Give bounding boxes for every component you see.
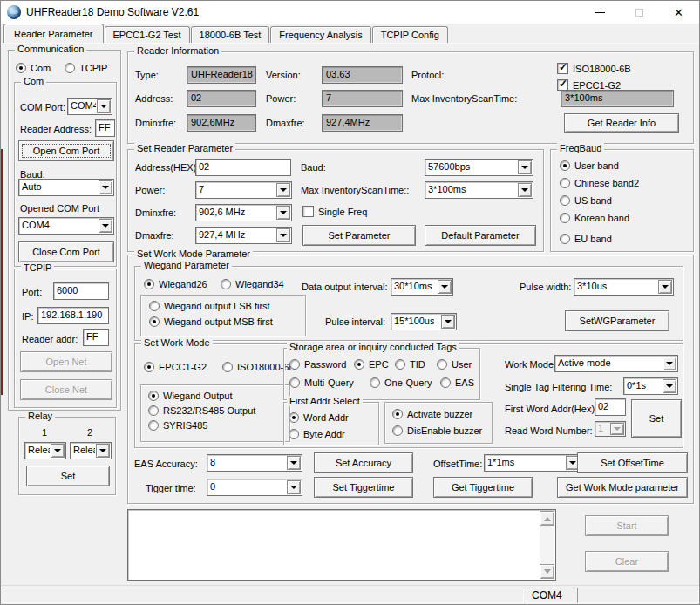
start-button[interactable]: Start <box>585 515 669 536</box>
relay1-select[interactable]: Releas <box>24 442 66 459</box>
relay2-select[interactable]: Releas <box>70 442 112 459</box>
workmode-epcc1-g2-radio[interactable]: EPCC1-G2 <box>144 362 207 372</box>
title-bar[interactable]: UHFReader18 Demo Software V2.61 ✕ <box>1 1 699 24</box>
pulse-width-select[interactable]: 3*10us <box>574 278 674 296</box>
set-offsettime-button[interactable]: Set OffsetTime <box>577 452 688 473</box>
relay-set-button[interactable]: Set <box>26 466 110 486</box>
tigger-time-select[interactable]: 0 <box>207 479 302 496</box>
wiegand-msb-radio[interactable]: Wiegand output MSB first <box>149 316 273 327</box>
power-set-select[interactable]: 7 <box>195 181 292 199</box>
wiegand-output-radio[interactable]: Wiegand Output <box>148 391 233 401</box>
rs232-rs485-output-radio[interactable]: RS232/RS485 Output <box>148 405 255 416</box>
chevron-down-icon[interactable] <box>663 357 676 370</box>
first-word-addr-field[interactable]: 02 <box>595 398 626 416</box>
data-output-interval-select[interactable]: 30*10ms <box>391 278 453 296</box>
eas-radio[interactable]: EAS <box>440 377 474 388</box>
opened-com-port-select[interactable]: COM4 <box>18 217 114 235</box>
eu-band-radio[interactable]: EU band <box>560 234 612 244</box>
tab-epcc1-g2-test[interactable]: EPCC1-G2 Test <box>105 26 190 43</box>
single-freq-checkbox[interactable]: Single Freq <box>302 206 367 217</box>
scantime-set-select[interactable]: 3*100ms <box>425 181 533 199</box>
pulse-interval-select[interactable]: 15*100us <box>391 313 457 330</box>
close-button[interactable]: ✕ <box>659 1 698 24</box>
open-com-port-button[interactable]: Open Com Port <box>18 140 114 161</box>
tcpip-radio[interactable]: TCPIP <box>65 63 107 73</box>
baud-set-select[interactable]: 57600bps <box>425 159 533 176</box>
com-port-select[interactable]: COM4 <box>67 98 112 115</box>
maximize-button[interactable] <box>620 1 659 24</box>
chevron-down-icon[interactable] <box>276 183 290 197</box>
read-word-number-select[interactable]: 1 <box>595 421 626 437</box>
tab-frequency-analysis[interactable]: Frequency Analysis <box>270 26 370 43</box>
get-work-mode-parameter-button[interactable]: Get Work Mode parameter <box>557 477 688 498</box>
iso18000-6b-checkbox[interactable]: ISO18000-6B <box>557 63 631 74</box>
com-radio[interactable]: Com <box>16 63 51 73</box>
scroll-up-button[interactable] <box>540 511 554 526</box>
chevron-down-icon[interactable] <box>276 206 290 220</box>
chevron-down-icon[interactable] <box>96 444 110 458</box>
user-band-radio[interactable]: User band <box>560 160 619 171</box>
chevron-down-icon[interactable] <box>658 280 672 294</box>
wiegand-lsb-radio[interactable]: Wiegand output LSB first <box>149 301 270 311</box>
chevron-down-icon[interactable] <box>276 228 290 242</box>
epc-radio[interactable]: EPC <box>354 359 389 370</box>
workmode-set-button[interactable]: Set <box>631 399 682 438</box>
default-parameter-button[interactable]: Default Parameter <box>425 225 536 246</box>
output-log[interactable] <box>127 509 556 581</box>
tab-tcpip-config[interactable]: TCPIP Config <box>372 26 448 43</box>
multi-query-radio[interactable]: Multi-Query <box>289 377 354 388</box>
set-tiggertime-button[interactable]: Set Tiggertime <box>314 477 413 498</box>
set-parameter-button[interactable]: Set Parameter <box>302 225 416 246</box>
output-scrollbar[interactable] <box>540 511 554 579</box>
work-mode-select[interactable]: Active mode <box>554 355 678 372</box>
user-radio[interactable]: User <box>437 359 472 370</box>
one-query-radio[interactable]: One-Query <box>370 377 432 388</box>
ip-field[interactable]: 192.168.1.190 <box>37 307 109 324</box>
tab-reader-parameter[interactable]: Reader Parameter <box>3 24 104 43</box>
set-accuracy-button[interactable]: Set Accuracy <box>314 452 413 473</box>
chevron-down-icon[interactable] <box>287 456 301 470</box>
word-addr-radio[interactable]: Word Addr <box>289 412 349 423</box>
password-radio[interactable]: Password <box>289 359 346 370</box>
wiegand26-radio[interactable]: Wiegand26 <box>144 279 207 289</box>
chevron-down-icon[interactable] <box>441 315 455 329</box>
chevron-down-icon[interactable] <box>99 180 112 194</box>
chevron-down-icon[interactable] <box>518 183 532 197</box>
port-field[interactable]: 6000 <box>53 282 109 300</box>
korean-band-radio[interactable]: Korean band <box>560 213 629 223</box>
get-tiggertime-button[interactable]: Get Tiggertime <box>433 477 533 498</box>
dmaxfre-set-select[interactable]: 927,4 MHz <box>195 227 292 244</box>
open-net-button[interactable]: Open Net <box>20 351 112 372</box>
offsettime-select[interactable]: 1*1ms <box>484 454 581 472</box>
close-net-button[interactable]: Close Net <box>20 379 112 400</box>
dminxfre-set-select[interactable]: 902,6 MHz <box>195 204 292 221</box>
chevron-down-icon[interactable] <box>438 280 452 294</box>
reader-address-field[interactable]: FF <box>95 119 115 137</box>
tab-18000-6b-test[interactable]: 18000-6B Test <box>191 26 270 43</box>
scroll-down-button[interactable] <box>540 564 554 579</box>
chevron-down-icon[interactable] <box>97 99 111 113</box>
syris485-radio[interactable]: SYRIS485 <box>148 420 207 431</box>
activate-buzzer-radio[interactable]: Activate buzzer <box>392 409 472 419</box>
byte-addr-radio[interactable]: Byte Addr <box>289 429 345 439</box>
chevron-down-icon[interactable] <box>663 379 676 393</box>
wiegand34-radio[interactable]: Wiegand34 <box>221 279 284 289</box>
single-tag-filter-select[interactable]: 0*1s <box>623 377 678 395</box>
chinese-band2-radio[interactable]: Chinese band2 <box>560 178 639 188</box>
tid-radio[interactable]: TID <box>395 359 425 370</box>
us-band-radio[interactable]: US band <box>560 195 612 206</box>
setwgparameter-button[interactable]: SetWGParameter <box>565 310 669 331</box>
disenable-buzzer-radio[interactable]: DisEnable buzzer <box>392 425 482 436</box>
chevron-down-icon[interactable] <box>99 219 112 233</box>
get-reader-info-button[interactable]: Get Reader Info <box>564 113 679 133</box>
eas-accuracy-select[interactable]: 8 <box>207 454 302 472</box>
reader-addr-field[interactable]: FF <box>83 329 109 346</box>
minimize-button[interactable] <box>581 1 620 24</box>
address-hex-field[interactable]: 02 <box>195 159 291 176</box>
clear-button[interactable]: Clear <box>585 551 669 572</box>
baud-select[interactable]: Auto <box>18 179 114 196</box>
close-com-port-button[interactable]: Close Com Port <box>18 241 114 262</box>
chevron-down-icon[interactable] <box>287 480 301 494</box>
chevron-down-icon[interactable] <box>51 444 65 458</box>
chevron-down-icon[interactable] <box>518 160 532 174</box>
